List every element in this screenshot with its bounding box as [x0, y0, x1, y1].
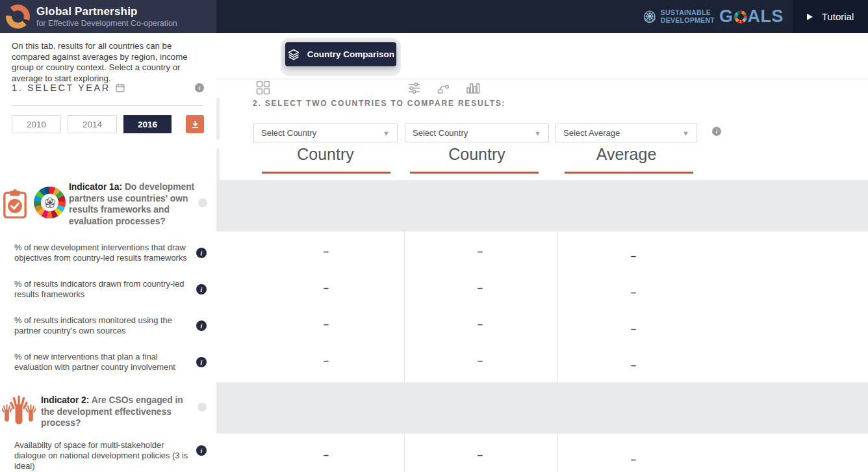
column-header-country-1: Country	[253, 145, 398, 164]
info-icon[interactable]: i	[196, 248, 207, 258]
value-cell: –	[324, 319, 329, 330]
indicator-2-title: Indicator 2:	[41, 395, 89, 405]
indicator-2-toggle-dot[interactable]	[198, 402, 207, 412]
column-underline	[262, 172, 390, 174]
brand: Global Partnership for Effective Develop…	[0, 0, 216, 33]
select-placeholder: Select Country	[261, 128, 316, 138]
divider	[12, 105, 203, 106]
calendar-icon	[116, 83, 125, 92]
column-underline	[565, 172, 693, 174]
scrollbar-handle[interactable]	[216, 98, 220, 140]
indicator-1a-header: Indicator 1a: Do development partners us…	[0, 180, 216, 237]
value-cell: –	[631, 287, 636, 298]
value-cell: –	[324, 449, 329, 460]
tutorial-label: Tutorial	[822, 11, 854, 22]
tutorial-button[interactable]: Tutorial	[793, 0, 868, 33]
country-select-1[interactable]: Select Country ▼	[253, 124, 398, 142]
table-row: – – –	[216, 304, 868, 341]
sdg-goals-wordmark: G ALS	[719, 7, 784, 27]
value-cell: –	[478, 246, 483, 257]
column-underline	[410, 172, 539, 174]
indicator-2-band	[216, 382, 868, 434]
select-year-info-icon[interactable]: i	[195, 83, 204, 92]
info-icon[interactable]: i	[196, 357, 207, 367]
grid-icon	[256, 81, 270, 95]
sub-indicator-label: % of results indicators monitored using …	[14, 315, 191, 336]
country-select-2[interactable]: Select Country ▼	[405, 124, 549, 142]
value-cell: –	[324, 282, 329, 293]
value-cell: –	[478, 319, 483, 330]
table-row: – – –	[216, 434, 868, 472]
app-window: Global Partnership for Effective Develop…	[0, 0, 868, 472]
header: Global Partnership for Effective Develop…	[0, 0, 868, 33]
chevron-down-icon: ▼	[383, 129, 390, 137]
select-year-heading: 1. SELECT YEAR	[12, 83, 110, 93]
sub-indicator-label: % of new interventions that plan a final…	[14, 352, 191, 373]
sdg-text-line1: SUSTAINABLE	[661, 9, 715, 16]
value-cell: –	[631, 360, 636, 371]
download-button[interactable]	[186, 115, 204, 133]
sidebar: On this tab, results for all countries c…	[0, 33, 216, 472]
indicator-2-header: Indicator 2: Are CSOs engaged in the dev…	[0, 389, 216, 434]
play-icon	[807, 14, 813, 20]
value-cell: –	[631, 250, 636, 261]
year-button-2010[interactable]: 2010	[12, 115, 61, 133]
column-header-average: Average	[555, 145, 697, 164]
year-button-2016-selected[interactable]: 2016	[123, 115, 172, 133]
layers-icon	[287, 48, 300, 61]
sdg-goals-g: G	[719, 7, 734, 27]
intro-text: On this tab, results for all countries c…	[12, 41, 204, 84]
sdg-logo: SUSTAINABLE DEVELOPMENT G ALS	[642, 6, 784, 27]
year-selector: 2010 2014 2016	[12, 115, 204, 133]
column-header-country-2: Country	[405, 145, 549, 164]
sub-indicator-label: % of results indicators drawn from count…	[14, 279, 191, 300]
download-icon	[190, 120, 200, 129]
year-button-2014[interactable]: 2014	[68, 115, 117, 133]
chevron-down-icon: ▼	[534, 129, 541, 137]
active-tab-label: Country Comparison	[307, 49, 394, 59]
gpedc-logo-icon	[6, 5, 30, 29]
selects-info-icon[interactable]: i	[712, 127, 721, 136]
sdg-wheel-icon	[34, 187, 66, 218]
sdg-color-wheel-icon	[734, 10, 747, 23]
table-row: – – –	[216, 268, 868, 304]
info-icon[interactable]: i	[196, 284, 207, 295]
info-icon[interactable]: i	[196, 445, 207, 456]
clipboard-check-icon	[3, 188, 27, 220]
tab-trends[interactable]	[435, 80, 451, 96]
average-select[interactable]: Select Average ▼	[555, 124, 697, 142]
select-placeholder: Select Average	[563, 128, 620, 138]
value-cell: –	[478, 282, 483, 293]
main-panel: Country Comparison 2. SELECT TWO COUNTRI…	[216, 33, 868, 472]
divider	[216, 79, 868, 79]
table-row: – – –	[216, 341, 868, 382]
value-cell: –	[631, 323, 636, 334]
select-year-section: 1. SELECT YEAR i	[12, 83, 204, 93]
compare-heading: 2. SELECT TWO COUNTRIES TO COMPARE RESUL…	[253, 99, 505, 108]
tab-filters[interactable]	[406, 80, 422, 96]
value-cell: –	[324, 355, 329, 366]
indicator-1a-toggle-dot[interactable]	[198, 198, 207, 207]
tab-bar-chart[interactable]	[465, 80, 481, 96]
sdg-text-line2: DEVELOPMENT	[661, 17, 715, 24]
bar-chart-icon	[466, 81, 480, 95]
brand-subtitle: for Effective Development Co-operation	[36, 19, 177, 28]
select-placeholder: Select Country	[413, 128, 468, 138]
value-cell: –	[631, 454, 636, 465]
un-emblem-icon	[642, 9, 657, 25]
indicator-1a-title: Indicator 1a:	[69, 182, 122, 192]
chevron-down-icon: ▼	[682, 129, 689, 137]
value-cell: –	[478, 355, 483, 366]
flow-route-icon	[437, 81, 450, 95]
value-cell: –	[324, 246, 329, 257]
brand-title: Global Partnership	[36, 5, 177, 18]
sliders-icon	[407, 81, 421, 95]
sdg-goals-als: ALS	[748, 7, 784, 27]
tab-country-comparison[interactable]: Country Comparison	[285, 42, 396, 66]
header-right: SUSTAINABLE DEVELOPMENT G ALS Tutorial	[216, 0, 868, 33]
value-cell: –	[478, 449, 483, 460]
table-row: – – –	[216, 231, 868, 268]
raised-hands-icon	[2, 391, 36, 428]
tab-overview[interactable]	[255, 80, 271, 96]
info-icon[interactable]: i	[196, 321, 207, 331]
